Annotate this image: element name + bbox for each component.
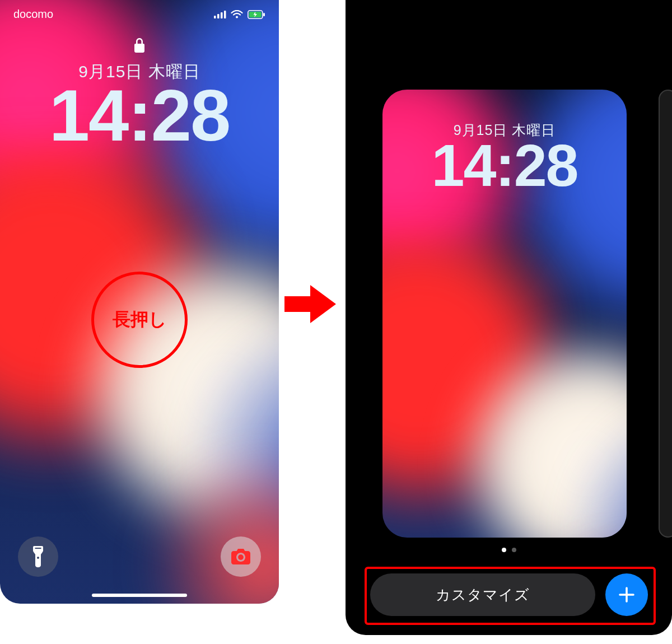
plus-icon	[617, 585, 636, 604]
longpress-annotation: 長押し	[91, 272, 188, 368]
svg-point-4	[236, 16, 238, 18]
status-bar: docomo	[0, 8, 279, 21]
longpress-label: 長押し	[113, 307, 167, 332]
camera-icon	[231, 549, 250, 564]
lock-icon	[134, 38, 145, 55]
flashlight-icon	[31, 546, 45, 567]
svg-rect-3	[224, 11, 226, 18]
page-dot	[512, 548, 516, 552]
arrow-right-icon	[284, 278, 336, 330]
clock: 14:28	[0, 77, 279, 154]
svg-rect-7	[263, 13, 265, 16]
battery-charging-icon	[248, 10, 265, 19]
cellular-signal-icon	[214, 11, 226, 18]
next-wallpaper-peek[interactable]	[659, 90, 672, 538]
customize-label: カスタマイズ	[436, 585, 530, 605]
flashlight-button[interactable]	[18, 536, 58, 577]
lockscreen[interactable]: docomo 9月15日 木曜日 14:28 長押し	[0, 0, 279, 604]
add-wallpaper-button[interactable]	[605, 573, 648, 616]
svg-rect-1	[217, 14, 220, 18]
preview-clock: 14:28	[382, 134, 627, 197]
bottom-bar: カスタマイズ	[365, 568, 654, 622]
page-indicator	[346, 548, 672, 552]
home-indicator[interactable]	[92, 594, 187, 597]
wifi-icon	[231, 10, 243, 19]
svg-rect-2	[221, 12, 223, 18]
camera-button[interactable]	[221, 536, 261, 577]
page-dot-active	[502, 548, 506, 552]
svg-rect-0	[214, 16, 216, 18]
customize-button[interactable]: カスタマイズ	[370, 573, 595, 616]
wallpaper-preview[interactable]: 9月15日 木曜日 14:28	[382, 90, 627, 538]
carrier-label: docomo	[13, 8, 53, 21]
wallpaper-editor: 9月15日 木曜日 14:28 カスタマイズ	[346, 0, 672, 635]
